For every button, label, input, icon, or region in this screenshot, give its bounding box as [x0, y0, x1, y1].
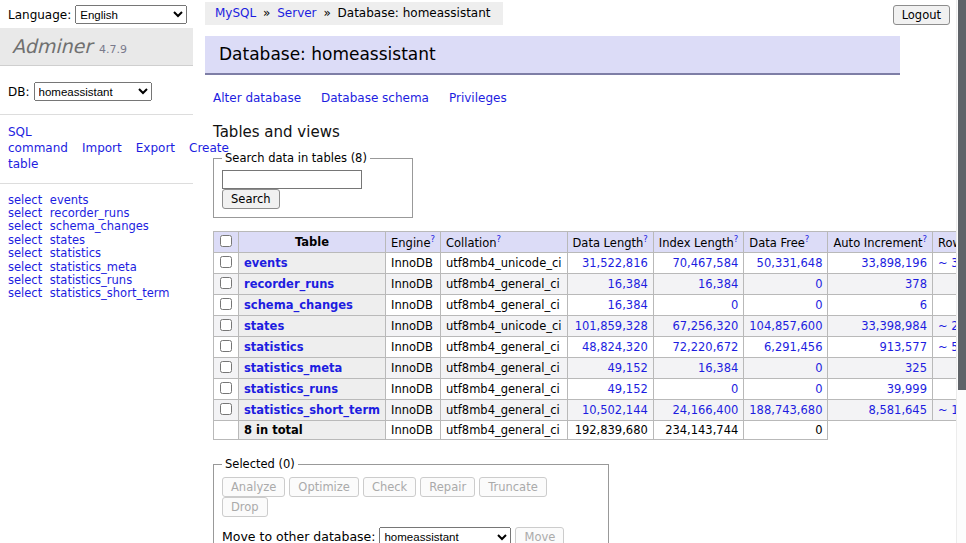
row-checkbox-statistics_short_term[interactable]: [220, 403, 232, 415]
data-length-link[interactable]: 49,152: [608, 382, 648, 396]
sidebar-action-sql-command[interactable]: SQL command: [8, 125, 68, 155]
table-link-schema_changes[interactable]: schema_changes: [50, 219, 149, 233]
table-link-recorder_runs[interactable]: recorder_runs: [50, 206, 130, 220]
index-length-link[interactable]: 16,384: [698, 361, 738, 375]
data-free-link[interactable]: 0: [815, 382, 822, 396]
column-hint-link[interactable]: ?: [643, 234, 648, 244]
data-free-link[interactable]: 0: [815, 361, 822, 375]
table-name-link-events[interactable]: events: [244, 256, 288, 270]
table-link-events[interactable]: events: [50, 193, 89, 207]
column-hint-link[interactable]: ?: [922, 234, 927, 244]
privileges-link[interactable]: Privileges: [449, 91, 507, 105]
alter-database-link[interactable]: Alter database: [213, 91, 301, 105]
page-scrollbar[interactable]: [956, 0, 966, 543]
move-button[interactable]: Move: [515, 527, 564, 543]
select-all-checkbox[interactable]: [220, 235, 232, 247]
select-link-statistics[interactable]: select: [8, 246, 42, 260]
table-link-states[interactable]: states: [50, 233, 85, 247]
select-link-statistics_short_term[interactable]: select: [8, 286, 42, 300]
data-free-link[interactable]: 0: [815, 298, 822, 312]
auto-increment-link[interactable]: 8,581,645: [868, 403, 927, 417]
drop-button[interactable]: Drop: [222, 497, 268, 517]
row-checkbox-statistics[interactable]: [220, 340, 232, 352]
row-checkbox-recorder_runs[interactable]: [220, 277, 232, 289]
data-length-link[interactable]: 16,384: [608, 298, 648, 312]
data-free-link[interactable]: 0: [815, 277, 822, 291]
index-length-link[interactable]: 0: [731, 298, 738, 312]
table-name-link-statistics_meta[interactable]: statistics_meta: [244, 361, 342, 375]
data-free-link[interactable]: 6,291,456: [764, 340, 823, 354]
select-link-statistics_runs[interactable]: select: [8, 273, 42, 287]
database-schema-link[interactable]: Database schema: [321, 91, 429, 105]
select-link-states[interactable]: select: [8, 233, 42, 247]
row-checkbox-statistics_meta[interactable]: [220, 361, 232, 373]
row-checkbox-events[interactable]: [220, 256, 232, 268]
index-length-link[interactable]: 24,166,400: [672, 403, 738, 417]
column-header-engine: Engine?: [386, 232, 441, 253]
column-hint-link[interactable]: ?: [497, 234, 502, 244]
data-free-link[interactable]: 50,331,648: [757, 256, 823, 270]
column-header-auto-increment: Auto Increment?: [828, 232, 933, 253]
data-length-link[interactable]: 101,859,328: [575, 319, 648, 333]
data-length-link[interactable]: 48,824,320: [582, 340, 648, 354]
column-hint-link[interactable]: ?: [430, 234, 435, 244]
select-link-recorder_runs[interactable]: select: [8, 206, 42, 220]
data-length-link[interactable]: 16,384: [608, 277, 648, 291]
table-name-link-statistics_short_term[interactable]: statistics_short_term: [244, 403, 380, 417]
row-checkbox-schema_changes[interactable]: [220, 298, 232, 310]
breadcrumb-link-mysql[interactable]: MySQL: [215, 6, 256, 20]
repair-button[interactable]: Repair: [420, 477, 475, 497]
breadcrumb-link-server[interactable]: Server: [277, 6, 316, 20]
table-name-link-statistics_runs[interactable]: statistics_runs: [244, 382, 338, 396]
logout-button[interactable]: Logout: [893, 5, 950, 25]
index-length-link[interactable]: 72,220,672: [672, 340, 738, 354]
data-length-link[interactable]: 49,152: [608, 361, 648, 375]
check-button[interactable]: Check: [363, 477, 416, 497]
optimize-button[interactable]: Optimize: [289, 477, 359, 497]
language-select[interactable]: English: [75, 5, 187, 24]
search-button[interactable]: Search: [222, 189, 280, 209]
sidebar-action-import[interactable]: Import: [82, 141, 122, 155]
table-link-statistics_runs[interactable]: statistics_runs: [50, 273, 132, 287]
table-link-statistics[interactable]: statistics: [50, 246, 101, 260]
truncate-button[interactable]: Truncate: [479, 477, 547, 497]
table-name-link-schema_changes[interactable]: schema_changes: [244, 298, 353, 312]
auto-increment-link[interactable]: 33,898,196: [861, 256, 927, 270]
data-length-link[interactable]: 31,522,816: [582, 256, 648, 270]
data-length-link[interactable]: 10,502,144: [582, 403, 648, 417]
table-name-link-statistics[interactable]: statistics: [244, 340, 304, 354]
column-header-data-length: Data Length?: [567, 232, 653, 253]
auto-increment-link[interactable]: 33,398,984: [861, 319, 927, 333]
row-checkbox-statistics_runs[interactable]: [220, 382, 232, 394]
data-free-link[interactable]: 104,857,600: [749, 319, 822, 333]
select-link-schema_changes[interactable]: select: [8, 219, 42, 233]
auto-increment-link[interactable]: 913,577: [879, 340, 927, 354]
analyze-button[interactable]: Analyze: [222, 477, 285, 497]
column-hint-link[interactable]: ?: [805, 234, 810, 244]
data-free-link[interactable]: 188,743,680: [749, 403, 822, 417]
auto-increment-link[interactable]: 325: [905, 361, 927, 375]
index-length-link[interactable]: 67,256,320: [672, 319, 738, 333]
app-version-link[interactable]: 4.7.9: [99, 43, 127, 56]
table-link-statistics_meta[interactable]: statistics_meta: [50, 260, 137, 274]
sidebar-action-export[interactable]: Export: [136, 141, 175, 155]
auto-increment-link[interactable]: 6: [920, 298, 927, 312]
select-link-statistics_meta[interactable]: select: [8, 260, 42, 274]
index-length-link[interactable]: 70,467,584: [672, 256, 738, 270]
auto-increment-link[interactable]: 378: [905, 277, 927, 291]
table-link-statistics_short_term[interactable]: statistics_short_term: [50, 286, 170, 300]
move-db-select[interactable]: homeassistant: [379, 527, 511, 543]
table-name-link-recorder_runs[interactable]: recorder_runs: [244, 277, 334, 291]
index-length-link[interactable]: 16,384: [698, 277, 738, 291]
table-name-link-states[interactable]: states: [244, 319, 284, 333]
auto-increment-link[interactable]: 39,999: [887, 382, 927, 396]
index-length-link[interactable]: 0: [731, 382, 738, 396]
select-link-events[interactable]: select: [8, 193, 42, 207]
row-checkbox-states[interactable]: [220, 319, 232, 331]
db-select[interactable]: homeassistant: [34, 82, 152, 101]
sidebar-table-item: select statistics_runs: [8, 274, 185, 287]
scrollbar-thumb[interactable]: [958, 0, 966, 390]
table-row: statistics_runsInnoDButf8mb4_general_ci4…: [214, 379, 966, 400]
column-hint-link[interactable]: ?: [734, 234, 739, 244]
search-input[interactable]: [222, 170, 362, 189]
